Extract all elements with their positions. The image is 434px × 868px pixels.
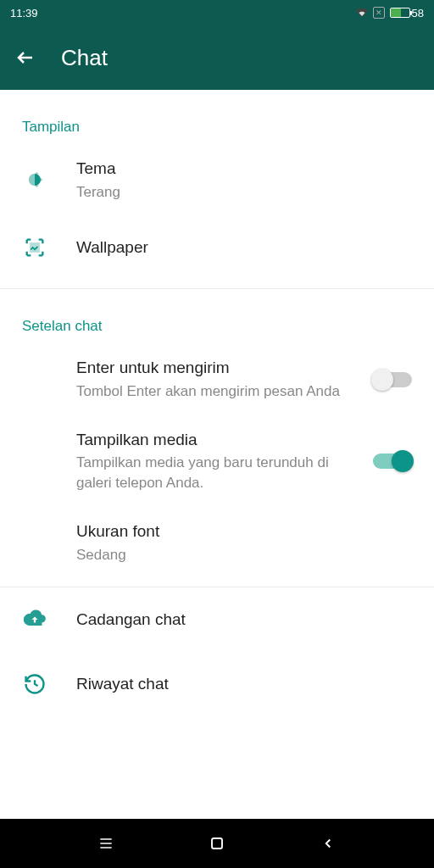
app-bar: Chat <box>0 25 434 90</box>
status-bar: 11:39 ✕ 58 <box>0 0 434 25</box>
svg-rect-2 <box>212 838 222 849</box>
wifi-icon <box>356 7 368 19</box>
cloud-upload-icon <box>22 608 47 632</box>
enter-sub: Tombol Enter akan mengirim pesan Anda <box>76 381 344 402</box>
font-value: Sedang <box>76 545 412 565</box>
media-sub: Tampilkan media yang baru terunduh di ga… <box>76 453 344 493</box>
media-toggle[interactable] <box>373 453 412 469</box>
theme-title: Tema <box>76 158 412 181</box>
item-font-size[interactable]: Ukuran font Sedang <box>0 507 434 578</box>
wallpaper-title: Wallpaper <box>76 236 412 259</box>
battery-percent: 58 <box>412 7 424 19</box>
enter-toggle[interactable] <box>373 372 412 387</box>
status-time: 11:39 <box>10 7 38 19</box>
back-arrow-icon[interactable] <box>15 47 36 68</box>
item-show-media[interactable]: Tampilkan media Tampilkan media yang bar… <box>0 415 434 507</box>
section-header-chat: Setelan chat <box>0 289 434 343</box>
battery-indicator: 58 <box>390 7 424 19</box>
history-icon <box>22 672 47 696</box>
brightness-icon <box>22 168 47 192</box>
settings-content: Tampilan Tema Terang Wallpaper Setelan c… <box>0 90 434 716</box>
home-button[interactable] <box>207 833 227 854</box>
theme-value: Terang <box>76 182 412 203</box>
section-header-display: Tampilan <box>0 90 434 144</box>
recent-apps-button[interactable] <box>96 833 116 854</box>
back-button[interactable] <box>318 833 338 854</box>
item-wallpaper[interactable]: Wallpaper <box>0 215 434 280</box>
page-title: Chat <box>61 45 108 71</box>
navigation-bar <box>0 819 434 868</box>
backup-title: Cadangan chat <box>76 609 412 632</box>
item-chat-history[interactable]: Riwayat chat <box>0 652 434 716</box>
item-chat-backup[interactable]: Cadangan chat <box>0 587 434 652</box>
media-title: Tampilkan media <box>76 429 344 452</box>
history-title: Riwayat chat <box>76 673 412 696</box>
wallpaper-icon <box>22 236 47 259</box>
network-x-icon: ✕ <box>373 7 385 19</box>
enter-title: Enter untuk mengirim <box>76 357 344 380</box>
item-theme[interactable]: Tema Terang <box>0 144 434 215</box>
item-enter-to-send[interactable]: Enter untuk mengirim Tombol Enter akan m… <box>0 343 434 415</box>
font-title: Ukuran font <box>76 520 412 543</box>
status-right: ✕ 58 <box>356 7 424 19</box>
